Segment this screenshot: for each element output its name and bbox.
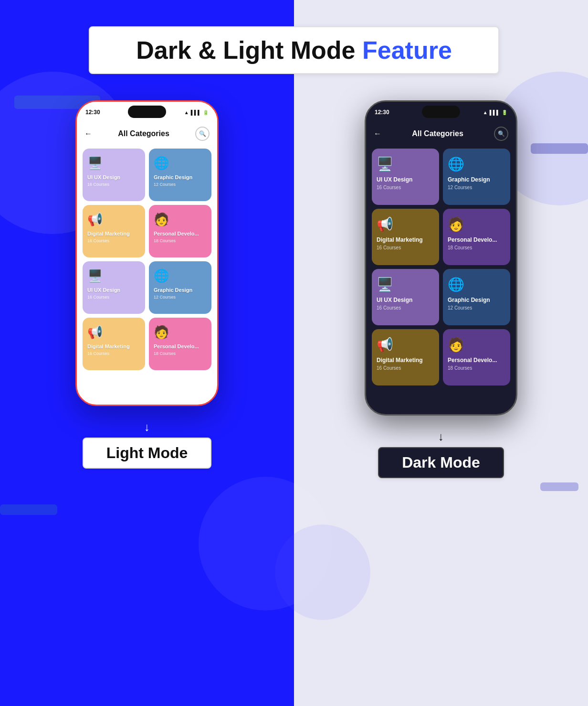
card-courses: 18 Courses — [154, 351, 207, 356]
side-button — [217, 159, 219, 183]
side-button-vol-up — [75, 150, 77, 166]
card-icon: 🧑 — [154, 322, 207, 342]
card-icon: 🖥️ — [87, 266, 140, 285]
decorative-stripe-r2 — [540, 482, 578, 491]
card-title: Graphic Design — [154, 174, 207, 180]
arrow-down-dark: ↓ — [438, 430, 444, 443]
category-card-light[interactable]: 🖥️UI UX Design16 Courses — [83, 149, 145, 201]
card-title: Graphic Design — [448, 297, 505, 303]
card-courses: 12 Courses — [448, 185, 505, 190]
category-card-dark[interactable]: 📢Digital Marketing16 Courses — [372, 329, 439, 385]
card-title: Graphic Design — [154, 287, 207, 293]
left-panel: 12:30 ▲ ▌▌▌ 🔋 ← All Categories 🔍 � — [0, 0, 294, 706]
search-button-light[interactable]: 🔍 — [195, 127, 210, 141]
card-courses: 16 Courses — [87, 182, 140, 187]
card-courses: 16 Courses — [377, 365, 434, 371]
category-card-light[interactable]: 🌐Graphic Design12 Courses — [149, 261, 211, 314]
dark-mode-label-container: ↓ Dark Mode — [378, 430, 504, 478]
status-bar-dark: 12:30 ▲ ▌▌▌ 🔋 — [366, 102, 516, 123]
dark-mode-phone: 12:30 ▲ ▌▌▌ 🔋 ← All Categories 🔍 � — [365, 100, 517, 416]
notch-dark — [422, 106, 460, 118]
card-icon: 🧑 — [154, 210, 207, 229]
dark-phone-wrapper: 12:30 ▲ ▌▌▌ 🔋 ← All Categories 🔍 � — [365, 100, 517, 416]
card-courses: 16 Courses — [377, 305, 434, 310]
phone-header-light: ← All Categories 🔍 — [77, 123, 217, 145]
card-title: UI UX Design — [87, 174, 140, 180]
card-icon: 🖥️ — [377, 274, 434, 295]
card-courses: 16 Courses — [377, 185, 434, 190]
category-card-light[interactable]: 🌐Graphic Design12 Courses — [149, 149, 211, 201]
light-mode-label-container: ↓ Light Mode — [83, 420, 212, 469]
category-card-dark[interactable]: 🧑Personal Develo...18 Courses — [443, 209, 510, 265]
signal-icon-dark: ▌▌▌ — [490, 110, 500, 115]
decorative-stripe — [0, 504, 57, 515]
card-title: Graphic Design — [448, 176, 505, 183]
wifi-icon: ▲ — [184, 110, 189, 115]
card-icon: 🖥️ — [377, 153, 434, 174]
category-card-dark[interactable]: 🧑Personal Develo...18 Courses — [443, 329, 510, 385]
card-courses: 12 Courses — [154, 295, 207, 300]
card-icon: 🧑 — [448, 214, 505, 235]
notch-light — [128, 106, 166, 118]
card-title: Personal Develo... — [154, 343, 207, 349]
card-title: Digital Marketing — [87, 343, 140, 349]
title-dark-text: Dark & Light Mode — [136, 36, 355, 64]
back-button-dark[interactable]: ← — [374, 129, 381, 138]
card-icon: 📢 — [377, 334, 434, 355]
battery-icon: 🔋 — [203, 110, 209, 115]
category-card-light[interactable]: 📢Digital Marketing16 Courses — [83, 318, 145, 370]
side-button-vol-down — [75, 171, 77, 188]
wifi-icon-dark: ▲ — [483, 110, 488, 115]
battery-icon-dark: 🔋 — [502, 110, 507, 115]
category-card-light[interactable]: 🧑Personal Develo...18 Courses — [149, 318, 211, 370]
card-icon: 🌐 — [154, 266, 207, 285]
card-title: Digital Marketing — [377, 236, 434, 243]
card-title: Personal Develo... — [448, 236, 505, 243]
card-icon: 🌐 — [448, 274, 505, 295]
light-mode-phone: 12:30 ▲ ▌▌▌ 🔋 ← All Categories 🔍 � — [75, 100, 219, 406]
status-bar-light: 12:30 ▲ ▌▌▌ 🔋 — [77, 102, 217, 123]
card-icon: 🌐 — [154, 153, 207, 172]
card-icon: 🌐 — [448, 153, 505, 174]
category-card-dark[interactable]: 🖥️UI UX Design16 Courses — [372, 149, 439, 205]
category-card-dark[interactable]: 🌐Graphic Design12 Courses — [443, 269, 510, 325]
card-title: Personal Develo... — [154, 231, 207, 236]
card-title: UI UX Design — [377, 176, 434, 183]
card-title: UI UX Design — [87, 287, 140, 293]
card-courses: 16 Courses — [87, 238, 140, 243]
card-courses: 16 Courses — [87, 295, 140, 300]
card-courses: 16 Courses — [377, 245, 434, 250]
status-icons-dark: ▲ ▌▌▌ 🔋 — [483, 110, 507, 115]
card-courses: 16 Courses — [87, 351, 140, 356]
category-card-dark[interactable]: 🌐Graphic Design12 Courses — [443, 149, 510, 205]
card-courses: 12 Courses — [448, 305, 505, 310]
card-icon: 📢 — [87, 210, 140, 229]
arrow-down-light: ↓ — [144, 420, 150, 434]
light-mode-label: Light Mode — [83, 438, 212, 469]
category-grid-light: 🖥️UI UX Design16 Courses🌐Graphic Design1… — [77, 145, 217, 374]
card-courses: 18 Courses — [448, 245, 505, 250]
search-button-dark[interactable]: 🔍 — [494, 127, 508, 141]
main-container: 12:30 ▲ ▌▌▌ 🔋 ← All Categories 🔍 � — [0, 0, 588, 706]
title-accent-text: Feature — [362, 36, 452, 64]
category-card-dark[interactable]: 🖥️UI UX Design16 Courses — [372, 269, 439, 325]
header-title-dark: All Categories — [412, 129, 463, 138]
title-banner: Dark & Light Mode Feature — [89, 26, 499, 74]
card-courses: 12 Courses — [154, 182, 207, 187]
status-time-light: 12:30 — [85, 109, 100, 116]
light-phone-wrapper: 12:30 ▲ ▌▌▌ 🔋 ← All Categories 🔍 � — [75, 100, 219, 406]
phone-header-dark: ← All Categories 🔍 — [366, 123, 516, 145]
category-grid-dark: 🖥️UI UX Design16 Courses🌐Graphic Design1… — [366, 145, 516, 389]
card-title: UI UX Design — [377, 297, 434, 303]
card-courses: 18 Courses — [154, 238, 207, 243]
card-icon: 🧑 — [448, 334, 505, 355]
card-title: Personal Develo... — [448, 357, 505, 364]
status-icons-light: ▲ ▌▌▌ 🔋 — [184, 110, 209, 115]
category-card-light[interactable]: 📢Digital Marketing16 Courses — [83, 205, 145, 257]
category-card-light[interactable]: 🖥️UI UX Design16 Courses — [83, 261, 145, 314]
status-time-dark: 12:30 — [375, 109, 389, 116]
category-card-light[interactable]: 🧑Personal Develo...18 Courses — [149, 205, 211, 257]
category-card-dark[interactable]: 📢Digital Marketing16 Courses — [372, 209, 439, 265]
dark-mode-label: Dark Mode — [378, 447, 504, 478]
back-button-light[interactable]: ← — [84, 129, 92, 138]
